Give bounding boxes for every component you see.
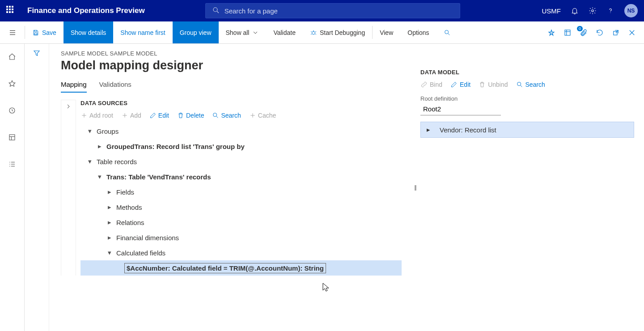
open-office-icon[interactable] (564, 29, 572, 37)
tree-node-calculated-fields[interactable]: ▾Calculated fields (80, 245, 402, 260)
filter-icon[interactable] (33, 49, 41, 331)
tree-node-groups[interactable]: ▾Groups (80, 123, 402, 139)
legal-entity[interactable]: USMF (542, 7, 561, 15)
svg-point-8 (312, 31, 315, 34)
start-debugging-button[interactable]: Start Debugging (303, 21, 372, 43)
help-icon[interactable] (606, 7, 614, 15)
group-view-button[interactable]: Group view (173, 21, 219, 43)
svg-line-10 (311, 31, 312, 32)
filter-rail (25, 44, 49, 331)
svg-line-13 (315, 34, 316, 34)
bind-button[interactable]: Bind (420, 81, 442, 88)
tree-node-table-records[interactable]: ▾Table records (80, 154, 402, 169)
mouse-cursor-icon (322, 282, 330, 293)
svg-marker-36 (34, 51, 39, 56)
nav-home-icon[interactable] (4, 49, 20, 64)
dm-search-button[interactable]: Search (516, 81, 545, 88)
attach-badge: 0 (577, 26, 583, 31)
nav-favorites-icon[interactable] (4, 76, 20, 91)
options-button[interactable]: Options (400, 21, 436, 43)
show-details-button[interactable]: Show details (64, 21, 113, 43)
svg-line-1 (217, 11, 219, 13)
show-all-label: Show all (226, 29, 250, 36)
search-placeholder: Search for a page (225, 7, 278, 15)
svg-line-15 (448, 34, 449, 35)
datasource-types-collapsed[interactable] (61, 100, 76, 276)
tree-node-fields[interactable]: ▸Fields (80, 184, 402, 199)
attachments-icon[interactable]: 0 (580, 29, 588, 37)
pane-splitter[interactable]: ‖ (411, 44, 420, 331)
edit-button[interactable]: Edit (149, 112, 169, 119)
user-avatar[interactable]: NS (624, 4, 638, 17)
app-launcher-icon[interactable] (6, 6, 16, 16)
nav-workspaces-icon[interactable] (4, 130, 20, 145)
datasources-toolbar: Add root Add Edit Delete Search Cache (80, 112, 402, 119)
personalize-icon[interactable] (547, 29, 555, 37)
tree-node-financial-dimensions[interactable]: ▸Financial dimensions (80, 230, 402, 245)
data-model-title: DATA MODEL (420, 69, 634, 76)
cache-button[interactable]: Cache (249, 112, 276, 119)
svg-point-0 (213, 8, 217, 12)
dm-node-vendor[interactable]: ▸ Vendor: Record list (420, 122, 634, 138)
save-label: Save (42, 29, 56, 36)
svg-rect-18 (565, 30, 570, 35)
tree-node-relations[interactable]: ▸Relations (80, 215, 402, 230)
command-bar: Save Show details Show name first Group … (0, 21, 644, 44)
save-button[interactable]: Save (25, 21, 64, 43)
breadcrumb: SAMPLE MODEL SAMPLE MODEL (61, 50, 402, 57)
nav-recent-icon[interactable] (4, 103, 20, 118)
title-bar: Finance and Operations Preview Search fo… (0, 0, 644, 21)
start-debugging-label: Start Debugging (320, 29, 365, 36)
root-def-label: Root definition (420, 95, 634, 102)
svg-rect-7 (34, 33, 37, 34)
cmd-search-icon[interactable] (436, 21, 458, 43)
popout-icon[interactable] (612, 29, 620, 37)
show-all-dropdown[interactable]: Show all (219, 21, 267, 43)
dm-edit-button[interactable]: Edit (450, 81, 470, 88)
tab-mapping[interactable]: Mapping (61, 81, 87, 93)
svg-marker-25 (9, 81, 15, 86)
ds-search-button[interactable]: Search (212, 112, 241, 119)
svg-point-45 (517, 82, 521, 86)
close-icon[interactable] (628, 29, 636, 37)
datasources-tree: ▾Groups ▸GroupedTrans: Record list 'Tran… (80, 123, 402, 276)
svg-point-2 (592, 10, 594, 12)
page-title: Model mapping designer (61, 59, 402, 72)
svg-point-41 (213, 113, 217, 117)
tree-node-methods[interactable]: ▸Methods (80, 199, 402, 215)
app-title: Finance and Operations Preview (27, 6, 145, 15)
svg-line-11 (315, 31, 316, 32)
datasources-title: DATA SOURCES (80, 100, 402, 106)
view-button[interactable]: View (373, 21, 400, 43)
svg-point-3 (610, 13, 610, 13)
global-search[interactable]: Search for a page (205, 3, 460, 18)
nav-toggle-icon[interactable] (0, 21, 25, 43)
root-def-input[interactable] (420, 103, 501, 115)
nav-modules-icon[interactable] (4, 157, 20, 172)
svg-line-42 (216, 116, 218, 118)
data-model-panel: DATA MODEL Bind Edit Unbind Search Root … (420, 44, 644, 331)
svg-line-12 (311, 34, 312, 34)
validate-button[interactable]: Validate (266, 21, 303, 43)
settings-gear-icon[interactable] (589, 7, 597, 15)
refresh-icon[interactable] (596, 29, 604, 37)
delete-button[interactable]: Delete (177, 112, 204, 119)
svg-line-46 (521, 85, 522, 87)
show-name-first-button[interactable]: Show name first (113, 21, 172, 43)
search-icon (212, 6, 220, 16)
notifications-icon[interactable] (571, 7, 579, 15)
tree-node-groupedtrans[interactable]: ▸GroupedTrans: Record list 'Trans' group… (80, 139, 402, 154)
tree-node-accnumber[interactable]: ▸$AccNumber: Calculated field = TRIM(@.A… (80, 260, 402, 276)
svg-point-14 (445, 30, 448, 34)
unbind-button[interactable]: Unbind (479, 81, 508, 88)
data-model-toolbar: Bind Edit Unbind Search (420, 81, 634, 88)
left-nav-rail (0, 44, 25, 331)
svg-rect-27 (9, 135, 15, 140)
add-root-button[interactable]: Add root (80, 112, 113, 119)
tree-node-trans[interactable]: ▾Trans: Table 'VendTrans' records (80, 169, 402, 184)
tab-validations[interactable]: Validations (99, 81, 131, 93)
main-content: SAMPLE MODEL SAMPLE MODEL Model mapping … (49, 44, 411, 331)
add-button[interactable]: Add (121, 112, 141, 119)
